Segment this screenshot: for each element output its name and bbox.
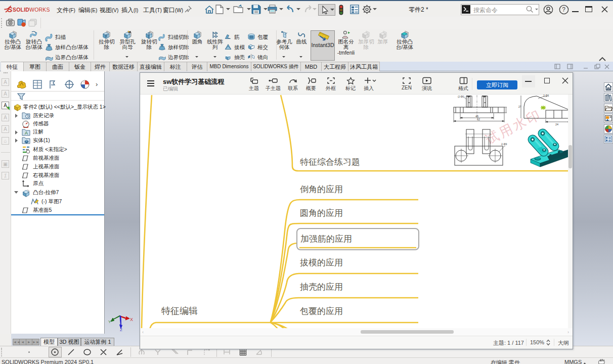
svg-text:2-Φ6: 2-Φ6 [543, 95, 549, 97]
svg-text:X: X [130, 317, 133, 322]
svg-text:Y: Y [108, 320, 111, 324]
svg-text:27: 27 [518, 105, 521, 108]
svg-text:SOLIDWORKS: SOLIDWORKS [13, 7, 50, 13]
svg-text:2-Φ9: 2-Φ9 [501, 143, 507, 146]
svg-text:S: S [8, 6, 13, 14]
svg-text:24: 24 [555, 123, 558, 126]
svg-text:45: 45 [475, 115, 478, 118]
svg-text:62: 62 [477, 118, 480, 121]
svg-text:A: A [25, 130, 28, 135]
svg-text:?: ? [562, 6, 565, 13]
svg-text:Z: Z [120, 328, 122, 332]
svg-text:(2-Φ6): (2-Φ6) [458, 96, 465, 98]
